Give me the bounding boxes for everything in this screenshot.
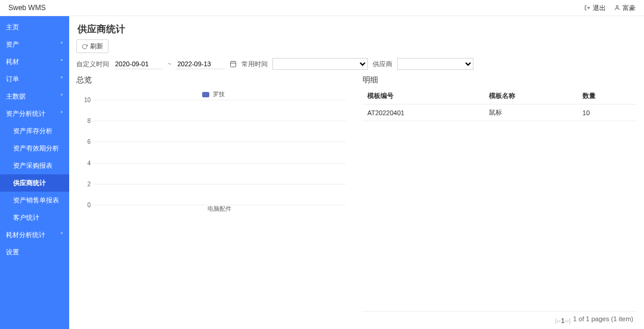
sidebar-item-label: 资产	[6, 40, 19, 49]
y-tick: 0	[76, 202, 91, 208]
svg-rect-1	[231, 62, 236, 67]
sidebar-item[interactable]: 设置	[0, 244, 69, 261]
legend: 罗技	[76, 90, 351, 99]
app-name: Sweb WMS	[8, 4, 46, 12]
sidebar-item[interactable]: 资产库存分析	[0, 122, 69, 140]
detail-title: 明细	[363, 75, 637, 85]
sidebar-item[interactable]: 资产˅	[0, 36, 69, 53]
svg-point-0	[616, 5, 618, 7]
sidebar-item-label: 主数据	[6, 92, 26, 101]
plot-area: 电脑配件 0246810	[76, 100, 346, 213]
sidebar-item[interactable]: 供应商统计	[0, 174, 69, 192]
sidebar: 主页资产˅耗材˅订单˅主数据˅资产分析统计˄资产库存分析资产有效期分析资产采购报…	[0, 16, 69, 329]
top-actions: 退出 富豪	[584, 4, 636, 13]
supplier-select[interactable]	[397, 58, 473, 70]
topbar: Sweb WMS 退出 富豪	[0, 0, 644, 16]
sidebar-item-label: 订单	[6, 75, 19, 84]
logout-icon	[584, 5, 590, 11]
page-title: 供应商统计	[78, 23, 637, 36]
sidebar-item-label: 资产有效期分析	[13, 144, 59, 153]
sidebar-item-label: 资产销售单报表	[13, 196, 59, 205]
table-header: 模板编号	[363, 88, 484, 104]
logout-button[interactable]: 退出	[584, 4, 606, 13]
toolbar: 刷新	[76, 39, 637, 53]
sidebar-item[interactable]: 资产采购报表	[0, 157, 69, 174]
user-button[interactable]: 富豪	[614, 4, 636, 13]
sidebar-item[interactable]: 资产有效期分析	[0, 140, 69, 157]
chevron-down-icon: ˅	[60, 41, 63, 48]
range-separator: ~	[168, 60, 171, 67]
y-tick: 4	[76, 159, 91, 166]
filter-bar: 自定义时间 ~ 常用时间 供应商	[76, 58, 637, 70]
chevron-down-icon: ˅	[60, 93, 63, 100]
pager: |‹ ‹ 1 › ›| 1 of 1 pages (1 item)	[363, 311, 637, 325]
main: 供应商统计 刷新 自定义时间 ~ 常用时间 供应商	[69, 16, 644, 329]
sidebar-item-label: 资产库存分析	[13, 127, 52, 136]
start-date-input[interactable]	[114, 59, 163, 69]
legend-swatch	[202, 92, 209, 97]
period-select[interactable]	[273, 58, 368, 70]
chevron-down-icon: ˅	[60, 232, 63, 238]
sidebar-item-label: 设置	[6, 248, 19, 257]
table-cell: AT20220401	[363, 104, 484, 121]
pager-summary: 1 of 1 pages (1 item)	[573, 315, 633, 322]
chevron-down-icon: ˅	[60, 76, 63, 82]
detail-pane: 明细 模板编号模板名称数量 AT20220401鼠标10 |‹ ‹ 1 › ›|	[363, 75, 637, 325]
y-tick: 2	[76, 180, 91, 187]
logout-label: 退出	[593, 4, 606, 13]
sidebar-item[interactable]: 主页	[0, 19, 69, 36]
sidebar-item-label: 资产分析统计	[6, 109, 45, 118]
user-icon	[614, 5, 620, 11]
sidebar-item-label: 供应商统计	[13, 179, 46, 187]
refresh-label: 刷新	[90, 42, 103, 51]
table-cell: 鼠标	[484, 104, 578, 121]
sidebar-item-label: 客户统计	[13, 213, 39, 222]
calendar-icon[interactable]	[230, 60, 237, 67]
refresh-button[interactable]: 刷新	[76, 39, 109, 53]
table-cell: 10	[578, 104, 637, 121]
user-label: 富豪	[623, 4, 636, 13]
x-axis-label: 电脑配件	[93, 205, 346, 213]
pager-last-icon[interactable]: ›|	[567, 317, 571, 324]
sidebar-item-label: 耗材	[6, 57, 19, 66]
overview-title: 总览	[76, 75, 351, 85]
detail-table: 模板编号模板名称数量 AT20220401鼠标10	[363, 88, 637, 121]
y-tick: 6	[76, 139, 91, 145]
sidebar-item[interactable]: 主数据˅	[0, 88, 69, 105]
sidebar-item-label: 主页	[6, 23, 19, 32]
table-header: 模板名称	[484, 88, 578, 104]
end-date-input[interactable]	[176, 59, 225, 69]
chevron-down-icon: ˅	[60, 59, 63, 65]
y-tick: 8	[76, 118, 91, 124]
chart: 罗技 电脑配件 0246810	[76, 88, 351, 325]
table-header: 数量	[578, 88, 637, 104]
sidebar-item[interactable]: 资产分析统计˄	[0, 105, 69, 122]
sidebar-item[interactable]: 耗材分析统计˅	[0, 226, 69, 244]
sidebar-item[interactable]: 资产销售单报表	[0, 192, 69, 209]
chevron-up-icon: ˄	[60, 110, 63, 117]
refresh-icon	[82, 44, 88, 50]
sidebar-item[interactable]: 耗材˅	[0, 53, 69, 70]
overview-pane: 总览 罗技 电脑配件 0246810	[76, 75, 351, 325]
sidebar-item[interactable]: 客户统计	[0, 209, 69, 226]
sidebar-item-label: 耗材分析统计	[6, 230, 45, 239]
range-label: 自定义时间	[76, 60, 109, 69]
y-tick: 10	[76, 97, 91, 103]
period-label: 常用时间	[242, 60, 268, 69]
sidebar-item-label: 资产采购报表	[13, 161, 52, 170]
legend-label: 罗技	[213, 90, 225, 99]
pager-controls: |‹ ‹ 1 › ›|	[553, 313, 574, 324]
table-row[interactable]: AT20220401鼠标10	[363, 104, 637, 121]
sidebar-item[interactable]: 订单˅	[0, 70, 69, 88]
supplier-label: 供应商	[373, 60, 392, 69]
